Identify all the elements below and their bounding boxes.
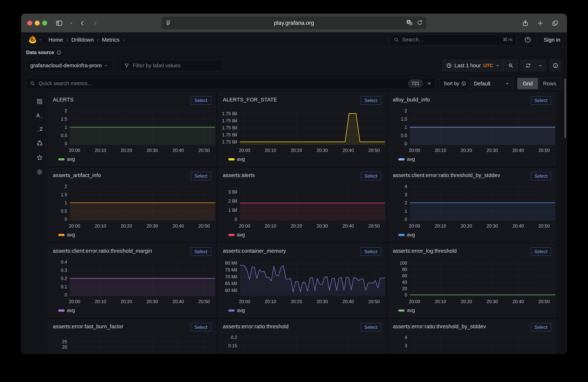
breadcrumb-home[interactable]: Home: [48, 37, 63, 43]
y-axis-label: 1.5: [48, 116, 67, 122]
panel-title: asserts:error_log:threshold: [393, 248, 457, 254]
label-filter-input[interactable]: [120, 60, 223, 71]
x-axis-label: 20:20: [456, 148, 477, 153]
all-metrics-icon[interactable]: [36, 98, 43, 105]
refresh-group: [521, 60, 546, 71]
org-switcher-chevron-icon[interactable]: [38, 38, 42, 42]
metric-panel: alloy_build_infoSelect21.510.5020:0020:1…: [388, 93, 556, 166]
refresh-interval-chevron-icon[interactable]: [535, 60, 545, 71]
legend-label: avg: [237, 308, 245, 313]
panel-select-button[interactable]: Select: [361, 96, 381, 105]
x-axis-label: 20:00: [64, 148, 85, 153]
panel-select-button[interactable]: Select: [361, 172, 381, 180]
panel-select-button[interactable]: Select: [531, 96, 551, 105]
y-axis-label: 2: [388, 108, 407, 114]
clear-search-icon[interactable]: [427, 81, 432, 86]
time-range-button[interactable]: Last 1 hour UTC: [443, 60, 504, 71]
forward-button[interactable]: [92, 20, 98, 26]
x-axis-label: 20:40: [337, 299, 359, 304]
zoom-out-button[interactable]: [504, 60, 518, 71]
sidebar-chevron-icon[interactable]: [69, 21, 73, 25]
x-axis-label: 20:10: [90, 299, 111, 304]
group-by-icon[interactable]: [36, 140, 43, 147]
panel-select-button[interactable]: Select: [531, 248, 551, 256]
series-line: [70, 185, 215, 220]
address-bar[interactable]: play.grafana.org A✱: [161, 16, 427, 30]
share-icon[interactable]: [522, 20, 529, 27]
scrollbar[interactable]: [565, 78, 566, 138]
tab-overview-icon[interactable]: [552, 20, 559, 27]
global-search-input[interactable]: ⌘+k: [390, 34, 516, 45]
prefix-filter-icon[interactable]: A_: [36, 113, 43, 118]
panel-select-button[interactable]: Select: [191, 96, 211, 105]
gridline: [492, 336, 492, 354]
metric-panel: asserts:error_log:thresholdSelect1008060…: [388, 244, 556, 317]
zoom-window-button[interactable]: [42, 21, 47, 25]
grafana-logo[interactable]: [28, 35, 37, 44]
panel-select-button[interactable]: Select: [191, 248, 211, 256]
panel-title: asserts:error:fast_burn_factor: [53, 324, 123, 329]
x-axis-label: 20:40: [337, 148, 359, 153]
legend-item[interactable]: avg: [398, 156, 415, 162]
x-axis-label: 20:30: [481, 299, 503, 304]
metric-panel: asserts:container_memorySelect80 Mil75 M…: [218, 244, 386, 317]
view-rows-button[interactable]: Rows: [538, 78, 561, 89]
info-icon[interactable]: [57, 50, 61, 55]
search-input[interactable]: [402, 37, 500, 43]
favorites-star-icon[interactable]: [36, 154, 43, 161]
legend-item[interactable]: avg: [58, 232, 75, 238]
legend-item[interactable]: avg: [398, 308, 415, 313]
x-axis-label: 20:40: [507, 299, 529, 304]
sidebar-toggle-icon[interactable]: [55, 19, 63, 27]
legend-item[interactable]: avg: [228, 232, 245, 238]
browser-window: play.grafana.org A✱: [21, 14, 567, 354]
y-axis-label: 1: [388, 208, 407, 214]
panel-select-button[interactable]: Select: [191, 172, 211, 180]
help-icon[interactable]: [523, 36, 532, 43]
panel-select-button[interactable]: Select: [361, 248, 381, 256]
legend-item[interactable]: avg: [58, 308, 75, 313]
view-grid-button[interactable]: Grid: [517, 78, 538, 89]
panel-select-button[interactable]: Select: [361, 323, 381, 331]
x-axis-label: 20:00: [404, 299, 425, 304]
close-window-button[interactable]: [27, 21, 32, 25]
gridline: [544, 336, 544, 354]
settings-gear-icon[interactable]: [36, 169, 43, 175]
label-values-input[interactable]: [132, 62, 219, 69]
quick-search-input[interactable]: [38, 80, 405, 87]
quick-search-box[interactable]: 721: [26, 78, 436, 89]
chevron-down-icon: [496, 63, 500, 68]
metric-panel: asserts:error:ratio:thresholdSelect0.20.…: [218, 319, 386, 354]
breadcrumb-drilldown[interactable]: Drilldown: [71, 37, 94, 43]
panel-select-button[interactable]: Select: [531, 323, 551, 331]
y-axis-label: 0.5: [388, 133, 407, 138]
minimize-window-button[interactable]: [35, 21, 40, 25]
result-count-badge: 721: [408, 79, 423, 88]
url-text[interactable]: play.grafana.org: [162, 20, 426, 26]
legend-label: avg: [407, 156, 415, 162]
legend-item[interactable]: avg: [228, 308, 245, 313]
panel-title: asserts:container_memory: [223, 248, 286, 254]
y-axis-label: 20: [388, 286, 407, 291]
info-icon[interactable]: [461, 81, 466, 86]
back-button[interactable]: [80, 20, 86, 26]
sort-value: Default: [474, 81, 490, 87]
legend-item[interactable]: avg: [228, 156, 245, 162]
suffix-filter-icon[interactable]: _Z: [36, 126, 43, 132]
breadcrumb-metrics[interactable]: Metrics: [102, 37, 120, 43]
legend-item[interactable]: avg: [58, 156, 75, 162]
metric-panel: asserts:error:ratio:threshold_by_stddevS…: [388, 319, 556, 354]
legend-item[interactable]: avg: [398, 232, 415, 238]
new-tab-icon[interactable]: [537, 20, 544, 27]
data-source-select[interactable]: grafanacloud-demoinfra-prom: [26, 60, 113, 71]
gridline: [518, 336, 518, 354]
y-axis-label: 1.75 Bil: [218, 139, 237, 145]
panel-select-button[interactable]: Select: [191, 323, 211, 331]
panel-select-button[interactable]: Select: [531, 172, 551, 180]
refresh-button[interactable]: [521, 60, 535, 71]
sort-select[interactable]: Default: [470, 78, 513, 89]
sign-in-button[interactable]: Sign in: [543, 37, 561, 43]
y-axis-label: 80 Mil: [218, 260, 237, 266]
panel-info-button[interactable]: [550, 60, 561, 71]
y-axis-label: 0.15: [218, 343, 237, 348]
